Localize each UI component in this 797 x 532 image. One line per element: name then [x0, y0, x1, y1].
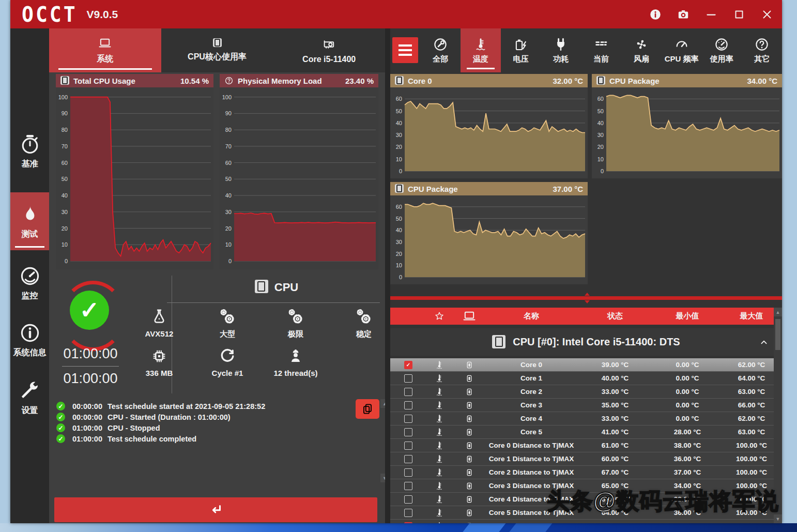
start-test-button[interactable]	[54, 497, 377, 522]
sidebar-item[interactable]: 测试	[10, 192, 49, 250]
row-checkbox[interactable]	[404, 374, 412, 383]
device-tab[interactable]: Core i5-11400	[273, 28, 385, 72]
monitor-tab[interactable]: CPU 频率	[662, 28, 702, 72]
row-checkbox[interactable]	[404, 361, 412, 369]
row-checkbox[interactable]	[404, 522, 412, 524]
log-scroll-down[interactable]: ▼	[380, 474, 385, 482]
svg-text:70: 70	[225, 143, 232, 149]
test-detail-label: 12 thread(s)	[273, 369, 317, 377]
sensor-current: 41.00 °C	[576, 522, 654, 523]
monitor-tab[interactable]: 电压	[501, 28, 541, 72]
screen-small-icon	[465, 454, 474, 464]
svg-text:10: 10	[396, 262, 402, 268]
enter-icon	[208, 502, 224, 518]
row-checkbox[interactable]	[404, 415, 412, 423]
splitter-down-arrow	[585, 300, 590, 303]
row-checkbox[interactable]	[404, 401, 412, 409]
monitor-tab[interactable]: 使用率	[701, 28, 742, 72]
log-scroll-up[interactable]: ▲	[380, 399, 385, 408]
info-icon[interactable]	[648, 7, 663, 22]
sidebar-item[interactable]: 基准	[10, 124, 49, 178]
svg-text:70: 70	[62, 143, 68, 149]
maximize-icon[interactable]	[731, 7, 747, 22]
scroll-thumb[interactable]	[775, 319, 780, 350]
chart-value: 23.40 %	[345, 77, 374, 85]
row-checkbox[interactable]	[404, 495, 412, 504]
chart-title: CPU Package	[609, 77, 660, 85]
sensor-min: 29.00 °C	[654, 522, 721, 523]
panel-splitter[interactable]	[390, 296, 782, 300]
sidebar-item-label: 基准	[22, 159, 38, 170]
row-checkbox[interactable]	[404, 388, 412, 396]
copy-icon	[361, 402, 374, 416]
star-icon[interactable]	[434, 311, 445, 322]
current-icon	[593, 37, 609, 52]
table-row[interactable]: Core 2 Distance to TjMAX 67.00 °C 37.00 …	[390, 466, 782, 479]
sensor-max: 62.00 °C	[721, 415, 782, 422]
table-row[interactable]: CPU Package 41.00 °C 29.00 °C 65.00 °C	[390, 520, 782, 523]
table-row[interactable]: Core 1 40.00 °C 0.00 °C 64.00 °C	[390, 372, 782, 385]
chevron-up-icon[interactable]	[758, 337, 770, 348]
table-scroll-up[interactable]: ▲	[774, 308, 782, 316]
svg-text:10: 10	[62, 241, 68, 248]
screen-small-icon	[465, 508, 474, 518]
table-row[interactable]: Core 0 Distance to TjMAX 61.00 °C 38.00 …	[390, 439, 782, 452]
sidebar-item-label: 系统信息	[13, 347, 47, 358]
sidebar-item[interactable]: 系统信息	[10, 315, 49, 364]
sensor-min: 38.00 °C	[654, 442, 721, 449]
row-checkbox[interactable]	[404, 468, 412, 477]
svg-text:60: 60	[62, 160, 68, 166]
thermometer-icon	[434, 373, 445, 384]
cpu-package-temp-plot: 0102030405060	[592, 87, 782, 179]
cpu-frequency-icon	[674, 37, 689, 52]
monitor-tab[interactable]: 风扇	[621, 28, 662, 72]
table-row[interactable]: Core 3 35.00 °C 0.00 °C 66.00 °C	[390, 399, 782, 412]
row-checkbox[interactable]	[404, 509, 412, 517]
menu-button[interactable]	[392, 37, 418, 63]
svg-text:30: 30	[597, 132, 604, 138]
screenshot-camera-icon[interactable]	[676, 7, 691, 22]
monitor-tab[interactable]: 温度	[461, 28, 501, 72]
monitor-icon[interactable]	[462, 309, 477, 324]
table-row[interactable]: Core 1 Distance to TjMAX 60.00 °C 36.00 …	[390, 452, 782, 466]
sidebar-item[interactable]: 监控	[10, 259, 49, 308]
wallpaper-ribbon	[459, 523, 507, 532]
device-tab[interactable]: CPU核心使用率	[161, 28, 273, 72]
monitor-tab[interactable]: 当前	[581, 28, 621, 72]
gears-icon	[218, 308, 237, 326]
monitor-tab[interactable]: 全部	[420, 28, 461, 72]
sensor-current: 33.00 °C	[576, 415, 654, 422]
screen-small-icon	[465, 374, 474, 383]
chart-title: Physical Memory Load	[238, 77, 322, 85]
log-entry: ✓ 00:00:00 CPU - Started (Duration : 01:…	[56, 412, 231, 422]
copy-log-button[interactable]	[356, 399, 379, 419]
col-max[interactable]: 最大值	[721, 311, 782, 321]
svg-text:40: 40	[225, 192, 232, 199]
sensor-max: 100.00 °C	[721, 455, 782, 463]
screen-small-icon	[465, 495, 474, 504]
device-tab[interactable]: 系统	[49, 28, 161, 72]
row-checkbox[interactable]	[404, 455, 412, 463]
table-scroll-down[interactable]: ▼	[774, 514, 782, 523]
test-device-label: CPU	[274, 281, 298, 294]
screen-icon	[255, 280, 268, 295]
sensor-min: 0.00 °C	[654, 401, 721, 409]
row-checkbox[interactable]	[404, 442, 412, 450]
table-row[interactable]: Core 2 33.00 °C 0.00 °C 63.00 °C	[390, 385, 782, 399]
monitor-tab[interactable]: 其它	[742, 28, 782, 72]
col-min[interactable]: 最小值	[654, 311, 721, 321]
sensor-table-header: 名称 状态 最小值 最大值	[390, 308, 782, 325]
table-row[interactable]: Core 5 41.00 °C 28.00 °C 63.00 °C	[390, 425, 782, 439]
monitor-tab[interactable]: 功耗	[541, 28, 581, 72]
table-row[interactable]: Core 0 39.00 °C 0.00 °C 62.00 °C	[390, 358, 782, 372]
row-checkbox[interactable]	[404, 428, 412, 436]
table-row[interactable]: Core 4 33.00 °C 0.00 °C 62.00 °C	[390, 412, 782, 425]
sidebar-item[interactable]: 设置	[10, 373, 49, 422]
question-icon	[224, 76, 234, 85]
col-name[interactable]: 名称	[486, 311, 576, 321]
minimize-icon[interactable]	[703, 7, 719, 22]
row-checkbox[interactable]	[404, 482, 412, 490]
sensor-group-header[interactable]: CPU [#0]: Intel Core i5-11400: DTS	[390, 328, 782, 356]
col-status[interactable]: 状态	[576, 311, 654, 321]
close-icon[interactable]	[759, 7, 775, 22]
